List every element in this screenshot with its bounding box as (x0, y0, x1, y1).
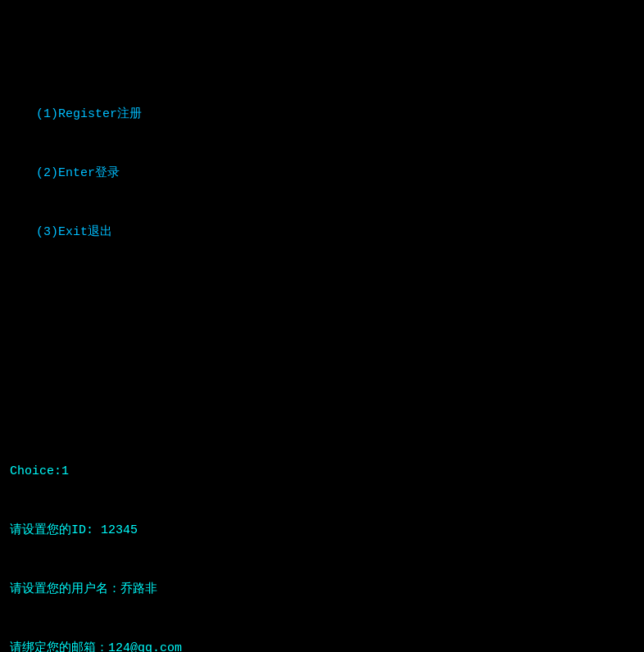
menu-item-1: (1)Register注册 (10, 105, 634, 125)
set-username-line: 请设置您的用户名：乔路非 (10, 580, 634, 600)
set-id-line: 请设置您的ID: 12345 (10, 521, 634, 541)
register-section: Choice:1 请设置您的ID: 12345 请设置您的用户名：乔路非 请绑定… (10, 423, 634, 652)
set-email-line: 请绑定您的邮箱：124@qq.com (10, 639, 634, 652)
menu-item-2: (2)Enter登录 (10, 164, 634, 183)
terminal-output: (1)Register注册 (2)Enter登录 (3)Exit退出 Choic… (10, 7, 634, 652)
choice-1-line: Choice:1 (10, 462, 634, 482)
initial-menu-section: (1)Register注册 (2)Enter登录 (3)Exit退出 (10, 66, 634, 282)
menu-item-3: (3)Exit退出 (10, 223, 634, 242)
